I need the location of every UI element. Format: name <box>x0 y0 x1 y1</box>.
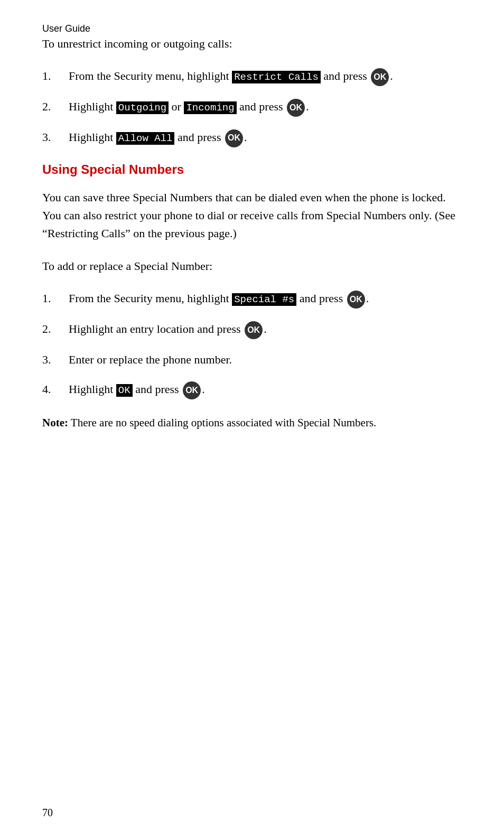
step-content: Enter or replace the phone number. <box>69 351 462 369</box>
ok-button: OK <box>347 291 365 309</box>
code-restrict-calls: Restrict Calls <box>232 71 321 83</box>
step-number: 1. <box>42 290 69 307</box>
page-header: User Guide <box>42 21 462 35</box>
code-allow-all: Allow All <box>116 132 175 145</box>
section-heading: Using Special Numbers <box>42 162 462 177</box>
step-number: 3. <box>42 128 69 146</box>
step-content: Highlight Outgoing or Incoming and press… <box>69 98 462 117</box>
code-special-nums: Special #s <box>232 293 296 306</box>
step-content: Highlight Allow All and press OK. <box>69 128 462 147</box>
note-text: Note: There are no speed dialing options… <box>42 414 462 432</box>
note-body: There are no speed dialing options assoc… <box>68 416 376 429</box>
ok-button: OK <box>225 129 243 147</box>
step-number: 1. <box>42 67 69 85</box>
ok-button: OK <box>245 321 263 339</box>
step-number: 2. <box>42 320 69 338</box>
ok-button: OK <box>183 381 201 399</box>
list-item: 3. Highlight Allow All and press OK. <box>42 128 462 147</box>
list-item: 1. From the Security menu, highlight Res… <box>42 67 462 86</box>
list-item: 2. Highlight an entry location and press… <box>42 320 462 339</box>
code-outgoing: Outgoing <box>116 101 169 114</box>
intro-text: To unrestrict incoming or outgoing calls… <box>42 35 462 52</box>
code-incoming: Incoming <box>184 101 236 114</box>
ok-button: OK <box>287 99 305 117</box>
list-item: 4. Highlight OK and press OK. <box>42 380 462 399</box>
step-number: 4. <box>42 380 69 398</box>
step-content: Highlight an entry location and press OK… <box>69 320 462 339</box>
note-label: Note: <box>42 416 68 429</box>
add-replace-intro: To add or replace a Special Number: <box>42 257 462 275</box>
step-content: From the Security menu, highlight Restri… <box>69 67 462 86</box>
body-paragraph: You can save three Special Numbers that … <box>42 189 462 242</box>
ok-button: OK <box>371 68 389 86</box>
step-content: Highlight OK and press OK. <box>69 380 462 399</box>
list-item: 1. From the Security menu, highlight Spe… <box>42 290 462 309</box>
code-ok: OK <box>116 384 133 397</box>
step-content: From the Security menu, highlight Specia… <box>69 290 462 309</box>
step-number: 3. <box>42 351 69 368</box>
special-steps-list: 1. From the Security menu, highlight Spe… <box>42 290 462 399</box>
list-item: 3. Enter or replace the phone number. <box>42 351 462 369</box>
page-number: 70 <box>42 807 53 819</box>
step-number: 2. <box>42 98 69 115</box>
list-item: 2. Highlight Outgoing or Incoming and pr… <box>42 98 462 117</box>
unrestrict-steps-list: 1. From the Security menu, highlight Res… <box>42 67 462 147</box>
